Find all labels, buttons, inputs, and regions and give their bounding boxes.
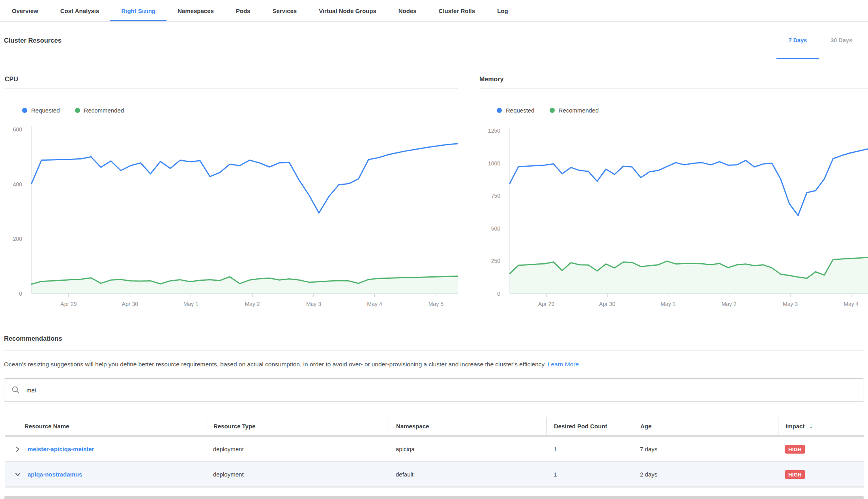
- tab-nodes[interactable]: Nodes: [387, 0, 428, 21]
- table-row[interactable]: apiqa-nostradamusdeploymentdefault12 day…: [5, 462, 864, 488]
- search-box[interactable]: [4, 378, 864, 402]
- svg-text:200: 200: [13, 236, 22, 242]
- column-header-label: Age: [640, 423, 651, 430]
- tab-namespaces[interactable]: Namespaces: [166, 0, 225, 21]
- memory-chart-title: Memory: [479, 76, 868, 89]
- svg-text:May 2: May 2: [722, 301, 737, 307]
- chevron-down-icon[interactable]: [14, 471, 21, 478]
- column-header-resource-name[interactable]: Resource Name: [5, 417, 206, 435]
- chevron-right-icon[interactable]: [14, 446, 21, 453]
- top-tab-bar: OverviewCost AnalysisRight SizingNamespa…: [0, 0, 868, 22]
- desired-pod-count-cell: 1: [546, 446, 633, 452]
- cpu-chart-panel: CPU RequestedRecommended 6004002000Apr 2…: [5, 59, 458, 310]
- learn-more-link[interactable]: Learn More: [548, 361, 579, 368]
- sort-descending-icon: ↓: [809, 422, 813, 430]
- requested-dot-icon: [22, 108, 27, 113]
- tab-cluster-rolls[interactable]: Cluster Rolls: [428, 0, 486, 21]
- svg-text:May 5: May 5: [428, 301, 443, 307]
- memory-line-chart: 125010007505002500Apr 29Apr 30May 1May 2…: [479, 124, 868, 310]
- charts-row: CPU RequestedRecommended 6004002000Apr 2…: [0, 59, 868, 310]
- table-row[interactable]: meister-apiciqa-meisterdeploymentapiciqa…: [5, 437, 864, 462]
- legend-label: Recommended: [84, 107, 124, 114]
- time-range-toggle: 7 Days30 Days: [776, 22, 864, 59]
- tab-virtual-node-groups[interactable]: Virtual Node Groups: [308, 0, 387, 21]
- column-header-resource-type[interactable]: Resource Type: [206, 417, 389, 435]
- svg-text:Apr 29: Apr 29: [60, 301, 77, 307]
- cpu-line-chart: 6004002000Apr 29Apr 30May 1May 2May 3May…: [5, 124, 458, 310]
- tab-services[interactable]: Services: [261, 0, 308, 21]
- svg-text:May 4: May 4: [367, 301, 382, 307]
- recommendations-title: Recommendations: [4, 335, 864, 351]
- column-header-impact[interactable]: Impact↓: [778, 417, 864, 435]
- svg-text:May 1: May 1: [660, 301, 675, 307]
- svg-text:400: 400: [13, 181, 22, 188]
- svg-text:May 1: May 1: [183, 301, 198, 307]
- column-header-namespace[interactable]: Namespace: [389, 417, 546, 435]
- range-tab-30-days[interactable]: 30 Days: [819, 22, 864, 59]
- search-icon: [11, 386, 20, 394]
- column-header-label: Desired Pod Count: [554, 423, 607, 430]
- search-input[interactable]: [26, 386, 857, 394]
- resource-name-cell: apiqa-nostradamus: [5, 471, 206, 478]
- impact-cell: HIGH: [778, 470, 864, 479]
- tab-overview[interactable]: Overview: [1, 0, 49, 21]
- svg-text:500: 500: [491, 225, 501, 232]
- horizontal-scrollbar[interactable]: [4, 496, 864, 499]
- tab-pods[interactable]: Pods: [225, 0, 262, 21]
- impact-badge: HIGH: [785, 470, 805, 479]
- impact-badge: HIGH: [785, 445, 805, 454]
- column-header-label: Namespace: [396, 423, 429, 430]
- recommendations-description: Ocean's resizing suggestions will help y…: [4, 361, 864, 368]
- resource-type-cell: deployment: [206, 446, 389, 452]
- namespace-cell: default: [389, 471, 546, 478]
- svg-text:1000: 1000: [488, 160, 500, 167]
- range-tab-7-days[interactable]: 7 Days: [776, 22, 819, 59]
- memory-chart-panel: Memory RequestedRecommended 125010007505…: [479, 59, 868, 310]
- svg-text:750: 750: [491, 193, 501, 199]
- svg-text:0: 0: [497, 291, 500, 297]
- column-header-age[interactable]: Age: [633, 417, 778, 435]
- resource-name-link[interactable]: apiqa-nostradamus: [28, 471, 82, 478]
- svg-text:May 3: May 3: [306, 301, 321, 307]
- legend-item-recommended[interactable]: Recommended: [75, 107, 124, 114]
- resource-name-cell: meister-apiciqa-meister: [5, 446, 206, 453]
- recommendations-table: Resource NameResource TypeNamespaceDesir…: [5, 417, 864, 488]
- legend-label: Requested: [31, 107, 60, 114]
- cluster-resources-header: Cluster Resources 7 Days30 Days: [4, 22, 864, 59]
- legend-item-requested[interactable]: Requested: [497, 107, 535, 114]
- svg-text:600: 600: [13, 126, 22, 133]
- recommendations-description-text: Ocean's resizing suggestions will help y…: [4, 361, 546, 368]
- svg-text:May 2: May 2: [245, 301, 260, 307]
- legend-label: Recommended: [559, 107, 599, 114]
- legend-label: Requested: [506, 107, 535, 114]
- svg-text:May 3: May 3: [783, 301, 798, 307]
- column-header-desired-pod-count[interactable]: Desired Pod Count: [546, 417, 633, 435]
- legend-item-requested[interactable]: Requested: [22, 107, 60, 114]
- svg-text:250: 250: [491, 258, 501, 264]
- age-cell: 7 days: [633, 446, 778, 452]
- age-cell: 2 days: [633, 471, 778, 478]
- cpu-chart-legend: RequestedRecommended: [22, 107, 458, 114]
- cpu-chart-title: CPU: [5, 76, 458, 89]
- table-header-row: Resource NameResource TypeNamespaceDesir…: [5, 417, 864, 437]
- recommended-dot-icon: [550, 108, 555, 113]
- recommended-dot-icon: [75, 108, 80, 113]
- svg-text:Apr 29: Apr 29: [538, 301, 554, 307]
- tab-right-sizing[interactable]: Right Sizing: [110, 0, 166, 21]
- resource-name-link[interactable]: meister-apiciqa-meister: [28, 446, 94, 452]
- desired-pod-count-cell: 1: [546, 471, 633, 478]
- namespace-cell: apiciqa: [389, 446, 546, 452]
- column-header-label: Impact: [786, 423, 804, 430]
- column-header-label: Resource Name: [24, 423, 69, 430]
- tab-log[interactable]: Log: [486, 0, 519, 21]
- resource-type-cell: deployment: [206, 471, 389, 478]
- column-header-label: Resource Type: [213, 423, 255, 430]
- recommendations-section: Recommendations Ocean's resizing suggest…: [4, 335, 864, 488]
- legend-item-recommended[interactable]: Recommended: [550, 107, 599, 114]
- svg-text:May 4: May 4: [844, 301, 859, 307]
- tab-cost-analysis[interactable]: Cost Analysis: [49, 0, 110, 21]
- memory-chart-legend: RequestedRecommended: [497, 107, 868, 114]
- requested-dot-icon: [497, 108, 502, 113]
- svg-text:Apr 30: Apr 30: [122, 301, 138, 307]
- svg-text:1250: 1250: [488, 128, 500, 134]
